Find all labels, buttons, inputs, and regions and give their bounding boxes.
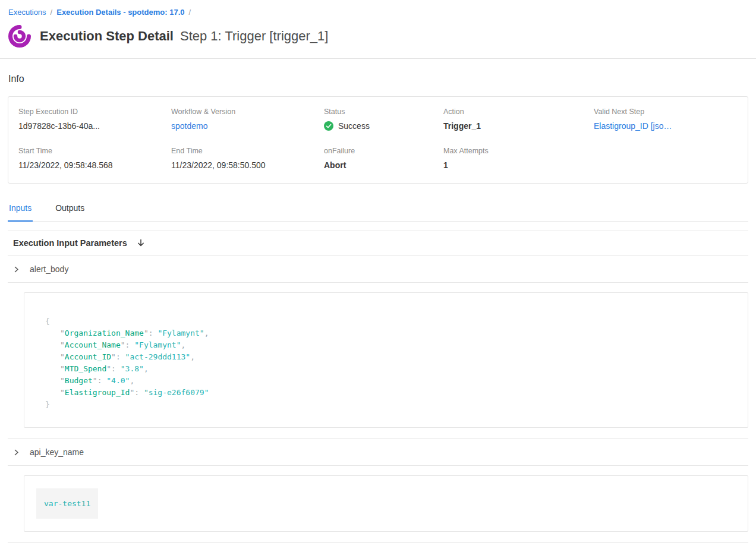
json-line: "Account_Name": "Fylamynt", <box>45 339 736 351</box>
api-key-name-value: var-test11 <box>36 488 98 519</box>
json-key: Budget <box>65 376 93 385</box>
page-header: Execution Step Detail Step 1: Trigger [t… <box>0 19 756 59</box>
field-max-attempts: Max Attempts 1 <box>443 147 594 170</box>
field-valid-next-step: Valid Next Step Elastigroup_ID [jso… <box>594 108 738 131</box>
json-code: { "Organization_Name": "Fylamynt", "Acco… <box>24 293 748 427</box>
breadcrumb: Executions/Execution Details - spotdemo:… <box>0 0 756 19</box>
json-line: "Elastigroup_Id": "sig-e26f6079" <box>45 387 736 399</box>
json-line: "Account_ID": "act-29ddd113", <box>45 351 736 363</box>
field-label: Start Time <box>18 147 171 155</box>
breadcrumb-link-execution-details[interactable]: Execution Details - spotdemo: 17.0 <box>56 8 184 17</box>
json-value: act-29ddd113 <box>130 352 185 361</box>
field-value: 1d97828c-13b6-40a... <box>18 121 171 131</box>
field-label: Action <box>443 108 594 116</box>
param-row-api-key-name[interactable]: api_key_name <box>8 438 748 466</box>
fylamynt-logo-icon <box>8 25 31 48</box>
field-workflow-version: Workflow & Version spotdemo <box>171 108 324 131</box>
field-label: Status <box>324 108 443 116</box>
field-value: Abort <box>324 160 443 170</box>
status-text: Success <box>338 121 370 131</box>
field-value: 11/23/2022, 09:58:50.500 <box>171 160 324 170</box>
json-value: 3.8 <box>125 364 139 373</box>
params-header-title: Execution Input Parameters <box>13 238 127 248</box>
tab-outputs[interactable]: Outputs <box>54 197 86 221</box>
info-card: Step Execution ID 1d97828c-13b6-40a... W… <box>8 96 748 184</box>
json-value: Fylamynt <box>139 340 177 349</box>
json-open-brace: { <box>45 315 736 327</box>
json-value: sig-e26f6079 <box>149 388 204 397</box>
json-key: Account_ID <box>65 352 111 361</box>
field-value: Trigger_1 <box>443 121 594 131</box>
field-onfailure: onFailure Abort <box>324 147 443 170</box>
json-code-block: { "Organization_Name": "Fylamynt", "Acco… <box>24 292 748 428</box>
json-line: "Organization_Name": "Fylamynt", <box>45 327 736 339</box>
json-key: Organization_Name <box>65 329 144 337</box>
title-group: Execution Step Detail Step 1: Trigger [t… <box>40 29 328 44</box>
next-step-link[interactable]: Elastigroup_ID [jso… <box>594 121 738 131</box>
breadcrumb-separator: / <box>51 8 53 17</box>
field-label: Step Execution ID <box>18 108 171 116</box>
field-value: 1 <box>443 160 594 170</box>
param-name: api_key_name <box>30 447 84 457</box>
page-title: Execution Step Detail <box>40 29 174 44</box>
tab-bar: Inputs Outputs <box>8 197 748 222</box>
field-label: End Time <box>171 147 324 155</box>
chevron-right-icon <box>13 266 20 273</box>
breadcrumb-link-executions[interactable]: Executions <box>8 8 46 17</box>
empty-cell <box>594 147 738 170</box>
field-status: Status Success <box>324 108 443 131</box>
status-badge: Success <box>324 121 443 131</box>
field-label: onFailure <box>324 147 443 155</box>
json-line: "Budget": "4.0", <box>45 375 736 387</box>
json-key: MTD_Spend <box>65 364 106 373</box>
json-value: Fylamynt <box>162 329 200 337</box>
field-end-time: End Time 11/23/2022, 09:58:50.500 <box>171 147 324 170</box>
json-close-brace: } <box>45 399 736 411</box>
success-check-icon <box>324 121 333 131</box>
json-value: 4.0 <box>111 376 125 385</box>
page-subtitle: Step 1: Trigger [trigger_1] <box>180 29 328 44</box>
info-section-title: Info <box>8 59 748 96</box>
field-step-execution-id: Step Execution ID 1d97828c-13b6-40a... <box>18 108 171 131</box>
json-key: Account_Name <box>65 340 121 349</box>
params-header: Execution Input Parameters <box>8 230 748 256</box>
field-value: 11/23/2022, 09:58:48.568 <box>18 160 171 170</box>
param-name: alert_body <box>30 264 68 274</box>
json-line: "MTD_Spend": "3.8", <box>45 363 736 375</box>
workflow-link[interactable]: spotdemo <box>171 121 324 131</box>
field-action: Action Trigger_1 <box>443 108 594 131</box>
arrow-down-icon[interactable] <box>137 239 145 247</box>
field-label: Max Attempts <box>443 147 594 155</box>
breadcrumb-separator: / <box>189 8 191 17</box>
chevron-right-icon <box>13 449 20 456</box>
field-label: Workflow & Version <box>171 108 324 116</box>
tab-inputs[interactable]: Inputs <box>8 197 33 222</box>
param-row-alert-body[interactable]: alert_body <box>8 256 748 283</box>
api-key-name-value-box: var-test11 <box>24 475 748 532</box>
field-start-time: Start Time 11/23/2022, 09:58:48.568 <box>18 147 171 170</box>
param-row-api-key-value[interactable]: api_key_value <box>8 542 748 546</box>
json-key: Elastigroup_Id <box>65 388 130 397</box>
info-section: Info Step Execution ID 1d97828c-13b6-40a… <box>8 59 748 184</box>
field-label: Valid Next Step <box>594 108 738 116</box>
